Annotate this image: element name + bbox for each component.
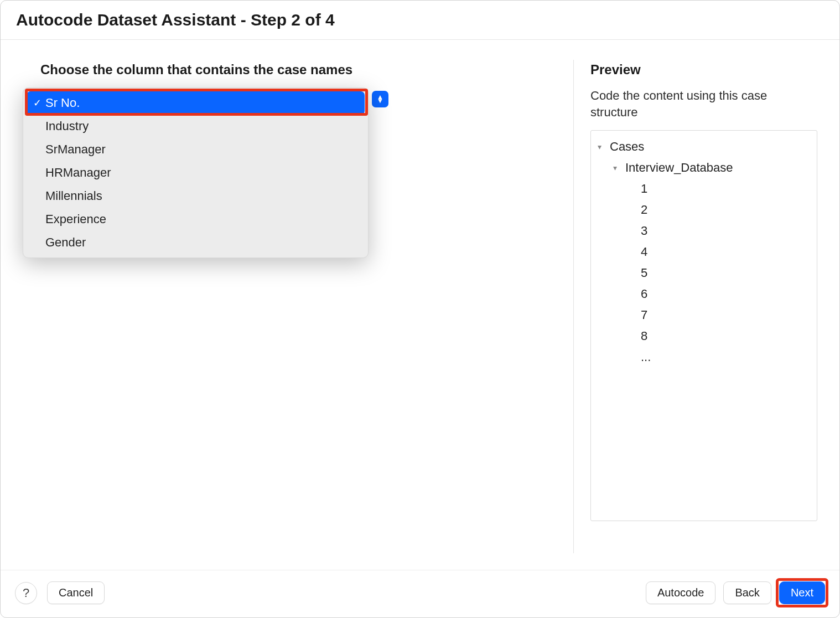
tree-leaf[interactable]: 5 xyxy=(598,262,810,284)
tree-leaf-label: ... xyxy=(641,350,651,364)
tree-node-cases[interactable]: ▾ Cases xyxy=(598,136,810,157)
dropdown-option-label: Sr No. xyxy=(45,96,80,110)
footer-bar: ? Cancel Autocode Back Next xyxy=(1,570,839,617)
tree-leaf[interactable]: 4 xyxy=(598,241,810,262)
tree-leaf[interactable]: 1 xyxy=(598,178,810,199)
dropdown-option-sr-no[interactable]: ✓ Sr No. xyxy=(27,91,365,115)
dropdown-option-experience[interactable]: Experience xyxy=(27,208,365,231)
dropdown-option-label: Gender xyxy=(45,235,86,250)
chevron-down-icon: ▾ xyxy=(598,142,608,151)
case-structure-tree: ▾ Cases ▾ Interview_Database 1 2 3 4 5 6… xyxy=(590,130,817,521)
tree-leaf[interactable]: 8 xyxy=(598,326,810,347)
dropdown-option-industry[interactable]: Industry xyxy=(27,115,365,138)
tree-leaf[interactable]: 6 xyxy=(598,284,810,305)
tree-leaf-label: 1 xyxy=(641,182,647,196)
dropdown-option-srmanager[interactable]: SrManager xyxy=(27,138,365,161)
tree-leaf-label: 7 xyxy=(641,308,647,322)
tree-leaf-label: 5 xyxy=(641,266,647,280)
chevron-up-down-icon: ▲▼ xyxy=(377,95,383,103)
titlebar: Autocode Dataset Assistant - Step 2 of 4 xyxy=(1,1,839,40)
tree-node-label: Interview_Database xyxy=(625,161,733,175)
tree-leaf-label: 2 xyxy=(641,203,647,217)
help-button[interactable]: ? xyxy=(15,582,37,604)
next-button[interactable]: Next xyxy=(779,581,825,604)
back-button[interactable]: Back xyxy=(723,581,771,604)
dropdown-chevrons-icon[interactable]: ▲▼ xyxy=(372,91,388,107)
preview-description: Code the content using this case structu… xyxy=(590,87,817,120)
dropdown-option-label: Millennials xyxy=(45,189,102,203)
help-icon: ? xyxy=(23,586,29,600)
dropdown-option-hrmanager[interactable]: HRManager xyxy=(27,161,365,184)
tree-leaf[interactable]: 7 xyxy=(598,305,810,326)
tree-leaf[interactable]: 2 xyxy=(598,199,810,220)
tree-leaf[interactable]: 3 xyxy=(598,220,810,241)
tree-leaf-label: 6 xyxy=(641,287,647,301)
tree-node-label: Cases xyxy=(610,140,644,154)
check-icon: ✓ xyxy=(33,97,45,109)
dropdown-option-label: Industry xyxy=(45,119,89,133)
dropdown-option-gender[interactable]: Gender xyxy=(27,231,365,254)
tree-leaf-label: 3 xyxy=(641,224,647,238)
preview-pane: Preview Code the content using this case… xyxy=(590,62,817,570)
preview-title: Preview xyxy=(590,62,817,78)
dropdown-option-label: Experience xyxy=(45,212,106,226)
dropdown-option-label: SrManager xyxy=(45,142,106,157)
window-title: Autocode Dataset Assistant - Step 2 of 4 xyxy=(16,11,824,29)
tree-node-interview-database[interactable]: ▾ Interview_Database xyxy=(598,157,810,178)
dialog-window: Autocode Dataset Assistant - Step 2 of 4… xyxy=(0,0,840,618)
chevron-down-icon: ▾ xyxy=(613,163,623,172)
next-button-wrap: Next xyxy=(779,581,825,604)
dropdown-option-label: HRManager xyxy=(45,166,111,180)
autocode-button[interactable]: Autocode xyxy=(646,581,716,604)
column-prompt-label: Choose the column that contains the case… xyxy=(40,62,557,78)
tree-leaf-label: 8 xyxy=(641,329,647,343)
cancel-button[interactable]: Cancel xyxy=(47,581,105,604)
vertical-divider xyxy=(573,60,574,553)
tree-leaf-label: 4 xyxy=(641,245,647,259)
left-pane: Choose the column that contains the case… xyxy=(23,62,557,570)
column-dropdown-menu: ✓ Sr No. Industry SrManager HRManager xyxy=(23,87,369,258)
content-area: Choose the column that contains the case… xyxy=(1,40,839,570)
tree-leaf: ... xyxy=(598,347,810,368)
dropdown-option-millennials[interactable]: Millennials xyxy=(27,184,365,208)
